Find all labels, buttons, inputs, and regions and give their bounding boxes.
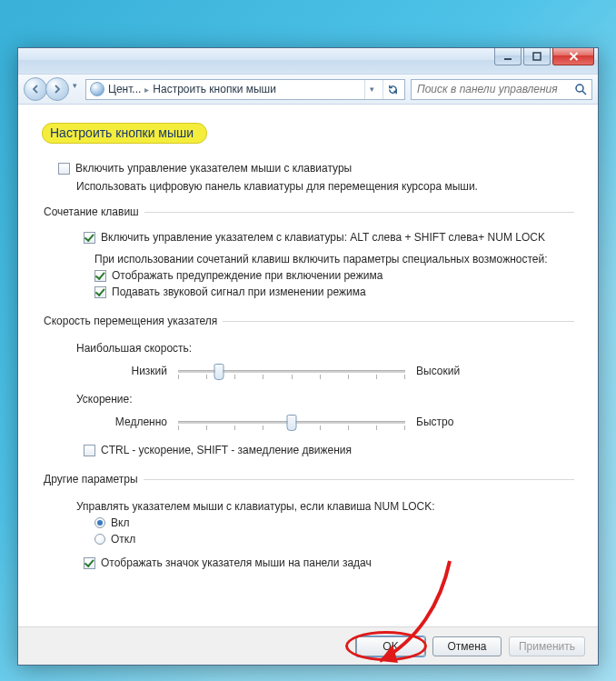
other-params-group: Другие параметры Управлять указателем мы…: [42, 473, 574, 573]
enable-mousekeys-desc: Использовать цифровую панель клавиатуры …: [76, 180, 574, 193]
play-sound-checkbox[interactable]: [94, 286, 106, 298]
desktop-background: ▾ Цент... ▸ Настроить кнопки мыши ▾: [0, 0, 616, 681]
minimize-button[interactable]: [494, 48, 522, 65]
show-icon-row: Отображать значок указателя мыши на пане…: [84, 556, 574, 569]
refresh-button[interactable]: [383, 80, 402, 99]
nav-arrows: ▾: [24, 77, 80, 101]
ctrl-shift-label: CTRL - ускорение, SHIFT - замедление дви…: [101, 444, 352, 456]
accel-thumb[interactable]: [287, 415, 297, 431]
slider-ticks: [178, 375, 405, 379]
chevron-right-icon[interactable]: ▸: [144, 85, 149, 95]
breadcrumb-item[interactable]: Настроить кнопки мыши: [153, 83, 276, 95]
ctrl-shift-row: CTRL - ускорение, SHIFT - замедление дви…: [84, 444, 574, 456]
accel-slider[interactable]: [178, 411, 405, 433]
max-speed-slider[interactable]: [178, 360, 405, 382]
numlock-off-label: Откл: [111, 533, 135, 546]
numlock-on-label: Вкл: [111, 516, 129, 529]
control-panel-window: ▾ Цент... ▸ Настроить кнопки мыши ▾: [17, 47, 599, 666]
maximize-button[interactable]: [523, 48, 551, 65]
numlock-on-row: Вкл: [94, 516, 574, 529]
other-legend: Другие параметры: [42, 473, 144, 486]
enable-mousekeys-checkbox[interactable]: [58, 163, 70, 175]
ok-button[interactable]: OK: [356, 636, 425, 656]
enable-mousekeys-label: Включить управление указателем мыши с кл…: [75, 162, 352, 175]
enable-shortcut-row: Включить управление указателем с клавиат…: [84, 231, 574, 244]
max-speed-high: Высокий: [416, 365, 489, 377]
show-warning-row: Отображать предупреждение при включении …: [94, 269, 574, 282]
search-icon[interactable]: [573, 83, 588, 95]
accel-high: Быстро: [416, 416, 489, 428]
search-input[interactable]: [415, 82, 573, 96]
close-button[interactable]: [552, 48, 594, 65]
navigation-bar: ▾ Цент... ▸ Настроить кнопки мыши ▾: [18, 74, 598, 105]
play-sound-label: Подавать звуковой сигнал при изменении р…: [112, 285, 366, 298]
numlock-off-row: Откл: [94, 533, 574, 546]
pointer-speed-group: Скорость перемещения указателя Наибольша…: [42, 315, 574, 460]
shortcut-legend: Сочетание клавиш: [42, 205, 144, 218]
nav-history-dropdown[interactable]: ▾: [69, 77, 80, 94]
max-speed-low: Низкий: [94, 365, 167, 377]
back-button[interactable]: [24, 77, 47, 101]
breadcrumb-item[interactable]: Цент...: [108, 83, 141, 95]
accel-label: Ускорение:: [76, 393, 574, 406]
window-titlebar: [18, 48, 598, 74]
numlock-label: Управлять указателем мыши с клавиатуры, …: [76, 500, 574, 513]
enable-mousekeys-row: Включить управление указателем мыши с кл…: [58, 162, 574, 175]
dialog-button-bar: OK Отмена Применить: [18, 626, 598, 665]
max-speed-thumb[interactable]: [214, 364, 224, 380]
show-icon-label: Отображать значок указателя мыши на пане…: [101, 556, 372, 569]
forward-button[interactable]: [45, 77, 69, 101]
svg-rect-1: [533, 53, 541, 60]
enable-shortcut-label: Включить управление указателем с клавиат…: [101, 231, 545, 244]
ctrl-shift-checkbox[interactable]: [84, 445, 95, 456]
show-warning-label: Отображать предупреждение при включении …: [112, 269, 383, 282]
window-controls: [494, 48, 598, 65]
page-title: Настроить кнопки мыши: [42, 123, 207, 144]
max-speed-label: Наибольшая скорость:: [76, 342, 574, 355]
apply-button[interactable]: Применить: [509, 636, 585, 656]
show-warning-checkbox[interactable]: [94, 270, 106, 282]
enable-shortcut-checkbox[interactable]: [84, 232, 95, 244]
show-icon-checkbox[interactable]: [84, 557, 95, 569]
shortcut-subdesc: При использовании сочетаний клавиш включ…: [94, 253, 574, 265]
control-panel-icon: [90, 82, 104, 96]
play-sound-row: Подавать звуковой сигнал при изменении р…: [94, 285, 574, 298]
cancel-button[interactable]: Отмена: [432, 636, 502, 656]
content-area: Настроить кнопки мыши Включить управлени…: [18, 105, 598, 626]
address-dropdown[interactable]: ▾: [364, 80, 379, 99]
accel-slider-row: Медленно Быстро: [94, 411, 574, 433]
accel-low: Медленно: [94, 416, 167, 428]
svg-point-2: [576, 85, 583, 92]
shortcut-group: Сочетание клавиш Включить управление ука…: [42, 205, 574, 302]
breadcrumb: Цент... ▸ Настроить кнопки мыши: [108, 83, 361, 95]
numlock-on-radio[interactable]: [94, 517, 105, 528]
address-bar[interactable]: Цент... ▸ Настроить кнопки мыши ▾: [85, 79, 405, 100]
max-speed-slider-row: Низкий Высокий: [94, 360, 574, 382]
slider-track: [178, 370, 405, 373]
speed-legend: Скорость перемещения указателя: [42, 315, 223, 327]
svg-rect-0: [504, 58, 512, 60]
numlock-off-radio[interactable]: [94, 534, 105, 545]
search-box[interactable]: [411, 79, 592, 100]
